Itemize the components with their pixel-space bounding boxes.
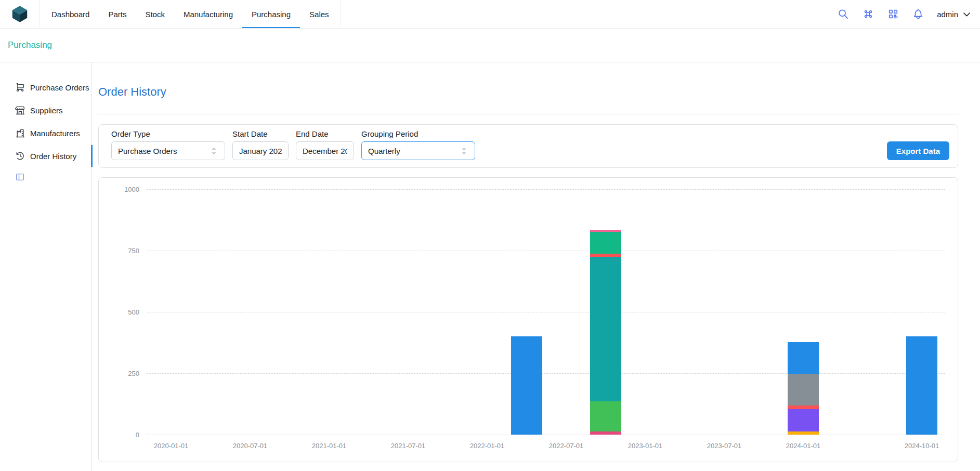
x-axis-label: 2022-01-01 xyxy=(470,442,505,450)
command-icon[interactable] xyxy=(862,8,874,20)
chart-gridline xyxy=(147,251,945,251)
chart-gridline xyxy=(147,373,945,374)
grouping-period-label: Grouping Period xyxy=(361,129,475,138)
bar-segment[interactable] xyxy=(590,230,621,232)
barcode-scan-icon[interactable] xyxy=(887,8,899,20)
sidebar-item-label: Order History xyxy=(30,152,76,161)
breadcrumb-item-purchasing[interactable]: Purchasing xyxy=(8,40,52,50)
bar-segment[interactable] xyxy=(906,336,937,435)
username: admin xyxy=(937,10,958,19)
building-store-icon xyxy=(15,105,25,115)
bar-segment[interactable] xyxy=(590,401,621,431)
bar-segment[interactable] xyxy=(788,405,819,409)
end-date-field: End Date xyxy=(296,129,354,160)
selector-icon xyxy=(210,147,218,155)
sidebar-item-label: Suppliers xyxy=(30,106,63,115)
start-date-label: Start Date xyxy=(232,129,289,138)
chart-gridline xyxy=(147,189,945,190)
export-data-button[interactable]: Export Data xyxy=(887,141,949,160)
bar-segment[interactable] xyxy=(788,409,819,431)
app-root: Dashboard Parts Stock Manufacturing Purc… xyxy=(0,0,980,471)
bar-segment[interactable] xyxy=(590,257,621,401)
app-logo[interactable] xyxy=(10,0,29,28)
content-area: Order History Order Type Purchase Orders xyxy=(92,62,980,471)
y-axis-label: 0 xyxy=(99,431,139,439)
tab-stock[interactable]: Stock xyxy=(136,0,174,28)
order-history-chart: 025050075010002020-01-012020-07-012021-0… xyxy=(98,177,958,462)
breadcrumb: Purchasing xyxy=(0,29,980,62)
sidebar-item-manufacturers[interactable]: Manufacturers xyxy=(0,122,92,145)
grouping-period-field: Grouping Period Quarterly xyxy=(361,129,475,160)
main-area: Purchase Orders Suppliers Manufacturers xyxy=(0,62,980,471)
y-axis-label: 250 xyxy=(99,370,139,377)
sidebar-item-order-history[interactable]: Order History xyxy=(0,145,92,167)
factory-icon xyxy=(15,128,25,138)
navbar: Dashboard Parts Stock Manufacturing Purc… xyxy=(0,0,980,29)
chart-gridline xyxy=(147,435,945,435)
bar-segment[interactable] xyxy=(511,336,542,435)
tab-dashboard[interactable]: Dashboard xyxy=(42,0,99,28)
sidebar-item-suppliers[interactable]: Suppliers xyxy=(0,99,92,122)
chart-gridline xyxy=(147,312,945,312)
y-axis-label: 500 xyxy=(99,308,139,316)
x-axis-label: 2024-01-01 xyxy=(786,442,821,450)
tab-purchasing[interactable]: Purchasing xyxy=(242,0,300,28)
start-date-field: Start Date xyxy=(232,129,289,160)
bar-segment[interactable] xyxy=(590,431,621,435)
order-type-value: Purchase Orders xyxy=(118,147,177,155)
shopping-cart-icon xyxy=(15,82,25,93)
navbar-actions: admin xyxy=(837,0,972,28)
sidebar-item-purchase-orders[interactable]: Purchase Orders xyxy=(0,76,92,99)
main-tabs: Dashboard Parts Stock Manufacturing Purc… xyxy=(40,0,341,28)
history-clock-icon xyxy=(15,151,25,161)
x-axis-label: 2023-01-01 xyxy=(628,442,663,450)
tab-sales[interactable]: Sales xyxy=(300,0,338,28)
end-date-input[interactable] xyxy=(296,141,354,160)
sidebar: Purchase Orders Suppliers Manufacturers xyxy=(0,62,92,471)
x-axis-label: 2020-07-01 xyxy=(233,442,268,450)
search-icon[interactable] xyxy=(837,8,850,20)
x-axis-label: 2022-07-01 xyxy=(549,442,584,450)
end-date-label: End Date xyxy=(296,129,354,138)
x-axis-label: 2021-01-01 xyxy=(312,442,347,450)
y-axis-label: 750 xyxy=(99,247,139,255)
app-logo-icon xyxy=(10,5,29,23)
chevron-down-icon xyxy=(962,9,972,19)
x-axis-label: 2021-07-01 xyxy=(391,442,426,450)
tab-parts[interactable]: Parts xyxy=(99,0,136,28)
bar-segment[interactable] xyxy=(788,374,819,405)
tab-manufacturing[interactable]: Manufacturing xyxy=(174,0,242,28)
bar-segment[interactable] xyxy=(590,232,621,254)
bar-segment[interactable] xyxy=(788,431,819,435)
page-title: Order History xyxy=(98,85,958,99)
x-axis-label: 2023-07-01 xyxy=(707,442,742,450)
notifications-bell-icon[interactable] xyxy=(912,8,924,20)
sidebar-item-label: Purchase Orders xyxy=(30,83,89,92)
x-axis-label: 2020-01-01 xyxy=(154,442,189,450)
order-type-label: Order Type xyxy=(111,129,225,138)
selector-icon xyxy=(460,147,468,155)
order-type-field: Order Type Purchase Orders xyxy=(111,129,225,160)
y-axis-label: 1000 xyxy=(99,186,139,193)
bar-segment[interactable] xyxy=(590,254,621,257)
title-divider xyxy=(98,114,958,114)
user-menu[interactable]: admin xyxy=(937,9,972,19)
collapse-sidebar-icon[interactable] xyxy=(15,172,25,182)
start-date-input[interactable] xyxy=(232,141,289,160)
filter-panel: Order Type Purchase Orders Start Date xyxy=(98,124,958,168)
order-type-select[interactable]: Purchase Orders xyxy=(111,141,225,160)
grouping-period-select[interactable]: Quarterly xyxy=(361,141,475,160)
bar-segment[interactable] xyxy=(788,342,819,374)
sidebar-item-label: Manufacturers xyxy=(30,129,80,138)
x-axis-label: 2024-10-01 xyxy=(905,442,939,450)
grouping-period-value: Quarterly xyxy=(368,147,400,155)
